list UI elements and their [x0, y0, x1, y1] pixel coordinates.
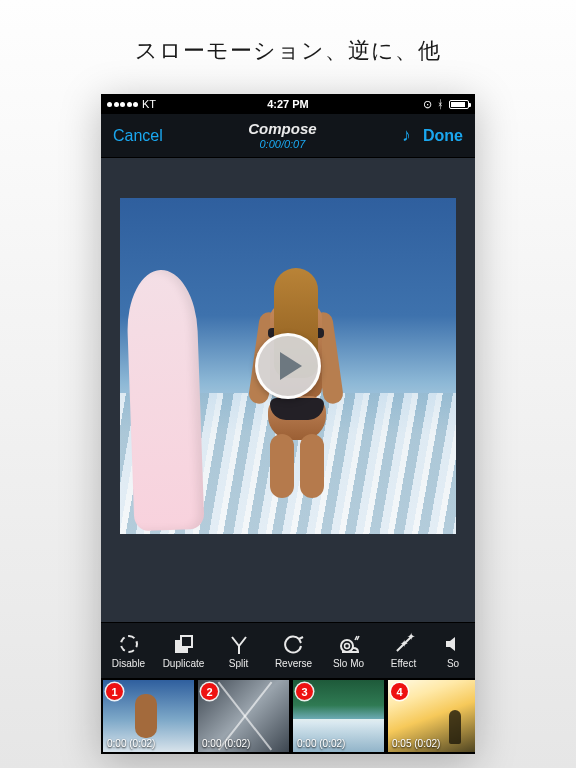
- clip-time: 0:00 (0:02): [202, 738, 250, 749]
- tool-label: Slo Mo: [333, 658, 364, 669]
- svg-point-1: [344, 643, 349, 648]
- promo-title: スローモーション、逆に、他: [135, 36, 441, 66]
- clip-time: 0:00 (0:02): [297, 738, 345, 749]
- phone-frame: KT 4:27 PM ⊙ ᚼ Cancel Compose 0:00/0:07 …: [101, 94, 475, 754]
- play-icon: [280, 352, 302, 380]
- timecode-label: 0:00/0:07: [248, 138, 316, 150]
- nav-bar: Cancel Compose 0:00/0:07 ♪ Done: [101, 114, 475, 158]
- statusbar-time: 4:27 PM: [267, 98, 309, 110]
- reverse-icon: [283, 633, 305, 655]
- status-bar: KT 4:27 PM ⊙ ᚼ: [101, 94, 475, 114]
- clip-time: 0:05 (0:02): [392, 738, 440, 749]
- screen-title: Compose: [248, 121, 316, 138]
- video-preview[interactable]: [120, 198, 456, 534]
- tool-label: So: [447, 658, 459, 669]
- cancel-button[interactable]: Cancel: [113, 127, 163, 145]
- clip-badge: 2: [201, 683, 218, 700]
- battery-icon: [449, 100, 469, 109]
- tool-effect[interactable]: ✦✦ Effect: [376, 623, 431, 678]
- snail-icon: [338, 633, 360, 655]
- nav-title-group: Compose 0:00/0:07: [248, 121, 316, 150]
- tool-slomo[interactable]: Slo Mo: [321, 623, 376, 678]
- clip-time: 0:00 (0:02): [107, 738, 155, 749]
- svg-point-0: [341, 640, 353, 652]
- alarm-icon: ⊙: [423, 98, 432, 111]
- clip-strip[interactable]: 1 0:00 (0:02) 2 0:00 (0:02) 3 0:00 (0:02…: [101, 678, 475, 754]
- tool-label: Split: [229, 658, 248, 669]
- duplicate-icon: [175, 635, 193, 653]
- tool-label: Duplicate: [163, 658, 205, 669]
- clip-item[interactable]: 4 0:05 (0:02): [386, 678, 475, 754]
- tool-duplicate[interactable]: Duplicate: [156, 623, 211, 678]
- signal-dots-icon: [107, 102, 138, 107]
- clip-item[interactable]: 2 0:00 (0:02): [196, 678, 291, 754]
- carrier-label: KT: [142, 98, 156, 110]
- tool-label: Reverse: [275, 658, 312, 669]
- edit-toolbar: Disable Duplicate Split Reverse Slo Mo ✦…: [101, 622, 475, 678]
- clip-badge: 3: [296, 683, 313, 700]
- play-button[interactable]: [255, 333, 321, 399]
- speaker-icon: [443, 633, 463, 655]
- tool-reverse[interactable]: Reverse: [266, 623, 321, 678]
- clip-item[interactable]: 3 0:00 (0:02): [291, 678, 386, 754]
- split-icon: [229, 633, 249, 655]
- wand-icon: ✦✦: [394, 634, 414, 654]
- tool-disable[interactable]: Disable: [101, 623, 156, 678]
- clip-badge: 4: [391, 683, 408, 700]
- clip-badge: 1: [106, 683, 123, 700]
- preview-area: [101, 158, 475, 622]
- tool-label: Effect: [391, 658, 416, 669]
- clip-item[interactable]: 1 0:00 (0:02): [101, 678, 196, 754]
- tool-label: Disable: [112, 658, 145, 669]
- disable-icon: [120, 635, 138, 653]
- tool-split[interactable]: Split: [211, 623, 266, 678]
- done-button[interactable]: Done: [423, 127, 463, 145]
- tool-sound[interactable]: So: [431, 623, 475, 678]
- bluetooth-icon: ᚼ: [437, 98, 444, 110]
- music-icon[interactable]: ♪: [402, 125, 411, 146]
